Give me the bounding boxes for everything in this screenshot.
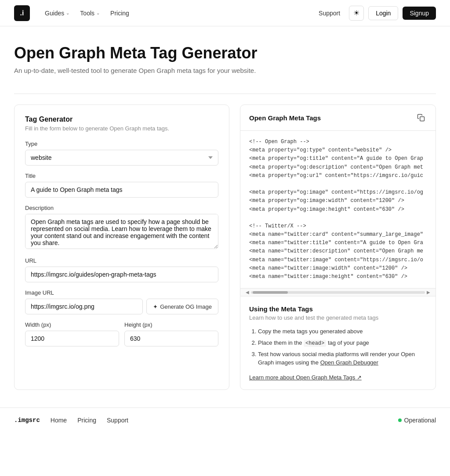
url-input[interactable] bbox=[25, 267, 218, 282]
nav-pricing[interactable]: Pricing bbox=[106, 7, 134, 19]
output-panel: Open Graph Meta Tags <!-- Open Graph -->… bbox=[240, 105, 436, 390]
width-label: Width (px) bbox=[25, 321, 119, 328]
type-label: Type bbox=[25, 141, 218, 147]
nav-tools[interactable]: Tools ⌄ bbox=[76, 7, 104, 19]
image-url-row: ✦ Generate OG Image bbox=[25, 299, 218, 314]
usage-steps: Copy the meta tags you generated above P… bbox=[249, 327, 427, 367]
usage-title: Using the Meta Tags bbox=[249, 305, 427, 313]
generate-og-image-button[interactable]: ✦ Generate OG Image bbox=[146, 299, 218, 314]
hero-section: Open Graph Meta Tag Generator An up-to-d… bbox=[0, 26, 450, 83]
page-subtitle: An up-to-date, well-tested tool to gener… bbox=[14, 67, 436, 74]
wand-icon: ✦ bbox=[153, 303, 158, 310]
type-field-group: Type website article book profile bbox=[25, 141, 218, 166]
image-url-input[interactable] bbox=[25, 299, 143, 314]
chevron-down-icon: ⌄ bbox=[66, 11, 69, 15]
height-input[interactable] bbox=[124, 331, 218, 346]
output-title: Open Graph Meta Tags bbox=[249, 114, 321, 122]
url-label: URL bbox=[25, 257, 218, 264]
description-field-group: Description bbox=[25, 205, 218, 250]
title-field-group: Title bbox=[25, 173, 218, 198]
url-field-group: URL bbox=[25, 257, 218, 282]
title-input[interactable] bbox=[25, 182, 218, 198]
logo[interactable]: .i bbox=[14, 5, 30, 21]
tag-generator-panel: Tag Generator Fill in the form below to … bbox=[14, 105, 229, 390]
generator-title: Tag Generator bbox=[25, 115, 218, 123]
step-1: Copy the meta tags you generated above bbox=[258, 327, 427, 336]
scroll-right-arrow[interactable]: ▶ bbox=[425, 289, 432, 296]
learn-more-link[interactable]: Learn more about Open Graph Meta Tags ↗ bbox=[249, 374, 362, 381]
dimensions-row: Width (px) Height (px) bbox=[25, 321, 218, 353]
nav-links: Guides ⌄ Tools ⌄ Pricing bbox=[40, 7, 134, 19]
svg-rect-0 bbox=[420, 117, 425, 121]
og-debugger-link[interactable]: Open Graph Debugger bbox=[320, 359, 378, 366]
status-label: Operational bbox=[404, 417, 436, 424]
scroll-bar[interactable]: ◀ ▶ bbox=[240, 288, 435, 296]
height-field-group: Height (px) bbox=[124, 321, 218, 346]
learn-more: Learn more about Open Graph Meta Tags ↗ bbox=[249, 374, 427, 381]
nav-guides[interactable]: Guides ⌄ bbox=[40, 7, 74, 19]
copy-button[interactable] bbox=[415, 112, 427, 123]
height-label: Height (px) bbox=[124, 321, 218, 328]
support-link[interactable]: Support bbox=[314, 7, 345, 19]
scroll-left-arrow[interactable]: ◀ bbox=[244, 289, 251, 296]
image-url-field-group: Image URL ✦ Generate OG Image bbox=[25, 289, 218, 314]
login-button[interactable]: Login bbox=[368, 6, 398, 20]
width-field-group: Width (px) bbox=[25, 321, 119, 346]
step-2: Place them in the <head> tag of your pag… bbox=[258, 339, 427, 347]
hero-divider bbox=[14, 94, 436, 94]
scroll-thumb bbox=[253, 291, 288, 294]
description-label: Description bbox=[25, 205, 218, 211]
theme-toggle[interactable]: ☀ bbox=[349, 6, 364, 21]
title-label: Title bbox=[25, 173, 218, 179]
status-area: Operational bbox=[398, 417, 436, 424]
code-header: Open Graph Meta Tags bbox=[240, 105, 435, 131]
type-select[interactable]: website article book profile bbox=[25, 150, 218, 166]
signup-button[interactable]: Signup bbox=[403, 7, 436, 20]
chevron-down-icon: ⌄ bbox=[96, 11, 100, 15]
navbar: .i Guides ⌄ Tools ⌄ Pricing Support ☀ Lo… bbox=[0, 0, 450, 26]
footer-pricing[interactable]: Pricing bbox=[77, 417, 96, 424]
usage-section: Using the Meta Tags Learn how to use and… bbox=[240, 296, 435, 389]
width-input[interactable] bbox=[25, 331, 119, 346]
status-indicator bbox=[398, 418, 402, 422]
footer: .imgsrc Home Pricing Support Operational bbox=[0, 407, 450, 433]
image-url-label: Image URL bbox=[25, 289, 218, 296]
description-textarea[interactable] bbox=[25, 214, 218, 249]
footer-home[interactable]: Home bbox=[51, 417, 67, 424]
main-content: Tag Generator Fill in the form below to … bbox=[0, 105, 450, 407]
scroll-track bbox=[251, 291, 425, 294]
footer-logo: .imgsrc bbox=[14, 417, 40, 424]
nav-right: Support ☀ Login Signup bbox=[314, 6, 436, 21]
code-output: <!-- Open Graph --> <meta property="og:t… bbox=[240, 131, 435, 288]
footer-support[interactable]: Support bbox=[107, 417, 128, 424]
step-3: Test how various social media platforms … bbox=[258, 350, 427, 367]
page-title: Open Graph Meta Tag Generator bbox=[14, 44, 436, 62]
generator-subtitle: Fill in the form below to generate Open … bbox=[25, 125, 218, 132]
usage-subtitle: Learn how to use and test the generated … bbox=[249, 314, 427, 321]
